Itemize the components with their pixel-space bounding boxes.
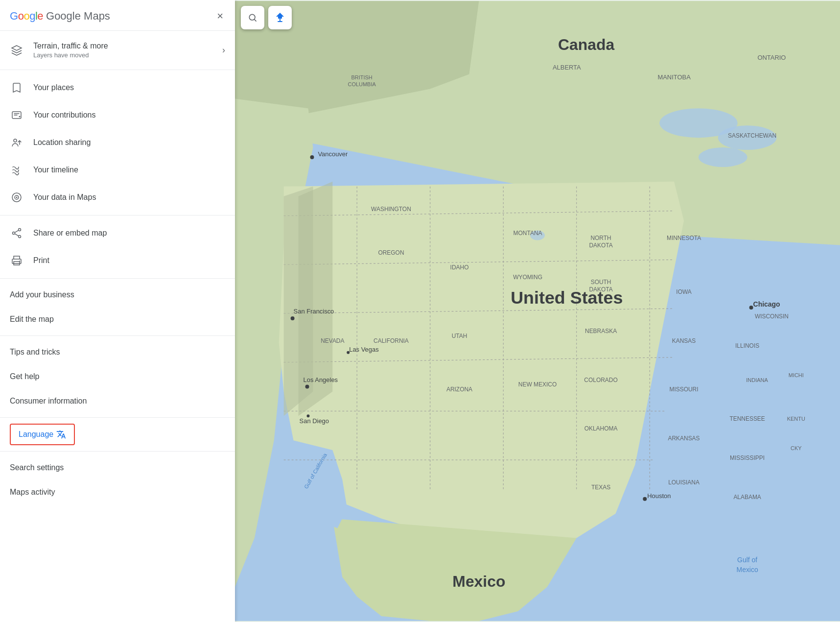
svg-text:COLORADO: COLORADO [584,377,617,383]
language-section: Language [0,418,235,452]
svg-text:Gulf of: Gulf of [737,556,757,564]
share-icon [10,226,23,240]
timeline-icon [10,163,23,177]
search-settings-item[interactable]: Search settings [0,455,235,480]
svg-text:BRITISH: BRITISH [351,74,373,80]
svg-point-85 [643,497,647,501]
svg-text:TENNESSEE: TENNESSEE [729,415,765,422]
share-embed-item[interactable]: Share or embed map [0,219,235,247]
svg-text:OKLAHOMA: OKLAHOMA [584,425,618,432]
consumer-info-item[interactable]: Consumer information [0,389,235,413]
svg-text:WYOMING: WYOMING [513,274,542,281]
get-help-item[interactable]: Get help [0,364,235,389]
svg-text:NEVADA: NEVADA [321,337,344,344]
svg-text:MANITOBA: MANITOBA [657,73,691,81]
help-section: Tips and tricks Get help Consumer inform… [0,336,235,418]
svg-text:ONTARIO: ONTARIO [757,54,786,61]
layers-section: Terrain, traffic & more Layers have move… [0,31,235,70]
svg-text:MICHI: MICHI [789,372,804,378]
your-contributions-label: Your contributions [33,111,96,120]
svg-text:DAKOTA: DAKOTA [589,286,612,293]
map-controls [241,6,292,29]
svg-text:MONTANA: MONTANA [513,230,542,237]
svg-point-6 [19,229,21,231]
svg-point-7 [13,232,15,235]
settings-section: Search settings Maps activity [0,452,235,508]
svg-text:CKY: CKY [791,445,802,451]
svg-point-75 [291,316,295,320]
your-places-item[interactable]: Your places [0,74,235,101]
svg-text:SOUTH: SOUTH [591,279,611,286]
svg-text:WASHINGTON: WASHINGTON [371,206,411,213]
terrain-title: Terrain, traffic & more [33,42,212,50]
personal-section: Your places Your contributions [0,70,235,215]
layers-icon [10,44,23,57]
maps-wordmark: Google Maps [46,10,110,23]
svg-text:Las Vegas: Las Vegas [349,346,378,353]
translate-icon [56,430,66,439]
svg-text:COLUMBIA: COLUMBIA [348,81,376,87]
add-business-item[interactable]: Add your business [0,283,235,307]
svg-text:Canada: Canada [558,36,614,53]
map-area: Canada ALBERTA MANITOBA BRITISH COLUMBIA… [235,0,840,622]
sidebar-header: Google Google Maps × [0,0,235,31]
contributions-icon [10,108,23,122]
svg-point-79 [305,385,309,389]
logo: Google Google Maps [10,10,110,23]
print-label: Print [33,256,49,265]
terrain-subtitle: Layers have moved [33,51,212,59]
svg-text:ALABAMA: ALABAMA [733,494,761,501]
svg-text:MISSISSIPPI: MISSISSIPPI [730,455,765,461]
svg-text:NORTH: NORTH [590,235,611,241]
svg-point-10 [19,261,20,262]
svg-text:Vancouver: Vancouver [318,150,348,158]
svg-text:IDAHO: IDAHO [450,264,469,271]
chevron-right-icon: › [222,45,225,55]
business-section: Add your business Edit the map [0,279,235,336]
svg-point-1 [19,116,21,118]
svg-text:DAKOTA: DAKOTA [589,242,612,249]
svg-text:ILLINOIS: ILLINOIS [735,342,759,349]
location-sharing-icon [10,136,23,149]
svg-text:TEXAS: TEXAS [591,484,610,491]
svg-text:Mexico: Mexico [452,573,505,590]
your-data-label: Your data in Maps [33,193,96,202]
bookmark-icon [10,81,23,95]
print-item[interactable]: Print [0,247,235,274]
terrain-content: Terrain, traffic & more Layers have move… [33,42,212,59]
svg-text:NEW MEXICO: NEW MEXICO [518,382,557,388]
svg-text:WISCONSIN: WISCONSIN [755,313,789,320]
directions-button[interactable] [268,6,292,29]
svg-text:IOWA: IOWA [676,288,691,295]
terrain-menu-item[interactable]: Terrain, traffic & more Layers have move… [0,35,235,66]
svg-text:OREGON: OREGON [378,249,404,256]
svg-text:NEBRASKA: NEBRASKA [585,328,617,335]
maps-activity-item[interactable]: Maps activity [0,480,235,504]
svg-text:SASKATCHEWAN: SASKATCHEWAN [728,132,776,139]
tips-item[interactable]: Tips and tricks [0,340,235,364]
language-item[interactable]: Language [10,424,75,445]
svg-text:KENTU: KENTU [787,416,805,422]
actions-section: Share or embed map Print [0,215,235,279]
svg-text:CALIFORNIA: CALIFORNIA [373,337,409,344]
your-timeline-item[interactable]: Your timeline [0,156,235,184]
svg-text:San Francisco: San Francisco [294,308,334,315]
svg-point-73 [310,155,314,159]
location-sharing-item[interactable]: Location sharing [0,129,235,156]
language-label: Language [19,430,53,439]
location-sharing-label: Location sharing [33,138,91,147]
svg-text:Houston: Houston [647,492,671,500]
svg-text:UTAH: UTAH [452,333,467,339]
svg-text:MISSOURI: MISSOURI [669,386,698,393]
svg-point-2 [14,139,17,142]
close-button[interactable]: × [215,9,225,24]
svg-text:LOUISIANA: LOUISIANA [668,479,700,486]
your-contributions-item[interactable]: Your contributions [0,101,235,129]
your-timeline-label: Your timeline [33,166,78,174]
your-data-item[interactable]: Your data in Maps [0,184,235,211]
edit-map-item[interactable]: Edit the map [0,307,235,332]
svg-text:Los Angeles: Los Angeles [303,376,338,383]
search-button[interactable] [241,6,264,29]
your-places-label: Your places [33,83,74,92]
svg-point-15 [699,147,747,167]
